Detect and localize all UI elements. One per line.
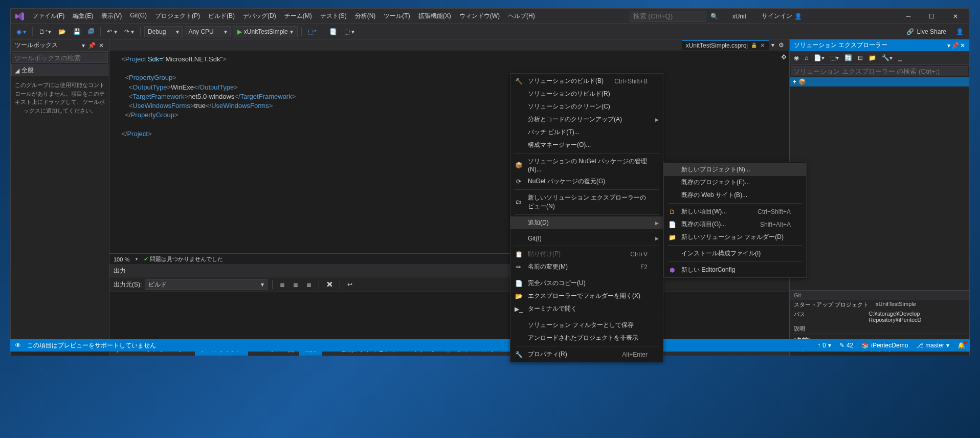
menu-tools[interactable]: ツール(T) <box>380 10 414 23</box>
panel-dropdown-icon[interactable]: ▾ <box>947 42 950 49</box>
git-changes-count[interactable]: ✎42 <box>839 342 853 349</box>
menu-file[interactable]: ファイル(F) <box>28 10 69 23</box>
menu-debug[interactable]: デバッグ(D) <box>239 10 280 23</box>
sub-existing-item[interactable]: 📄既存の項目(G)...Shift+Alt+A <box>664 218 806 231</box>
platform-combo[interactable]: Any CPU▾ <box>185 26 230 37</box>
menu-window[interactable]: ウィンドウ(W) <box>455 10 504 23</box>
sol-collapse-icon[interactable]: ⊟ <box>856 53 865 62</box>
sol-refresh-icon[interactable]: 🔄 <box>842 53 854 62</box>
ctx-open-terminal[interactable]: ▶_ターミナルで開く <box>510 302 663 315</box>
new-item-button[interactable]: 🗋⁺▾ <box>36 27 54 37</box>
ctx-save-filter[interactable]: ソリューション フィルターとして保存 <box>510 319 663 332</box>
redo-button[interactable]: ↷ ▾ <box>122 27 137 37</box>
sign-in[interactable]: サインイン 👤 <box>756 12 807 20</box>
panel-dropdown-icon[interactable]: ▾ <box>81 42 86 49</box>
git-push-count[interactable]: ↑0 ▾ <box>817 342 831 349</box>
config-combo[interactable]: Debug▾ <box>144 26 183 37</box>
sol-showall-icon[interactable]: 📁 <box>866 53 878 62</box>
panel-close-icon[interactable]: ✕ <box>98 42 105 49</box>
menu-team[interactable]: チーム(M) <box>280 10 316 23</box>
notifications-icon[interactable]: 🔔 <box>957 342 965 349</box>
minimize-button[interactable]: ─ <box>898 9 919 24</box>
menu-edit[interactable]: 編集(E) <box>69 10 97 23</box>
toolbox-group-general[interactable]: ◢ 全般 <box>11 64 108 76</box>
output-wrap-button[interactable]: ↩ <box>345 279 355 290</box>
ctx-batch-build[interactable]: バッチ ビルド(T)... <box>510 126 663 139</box>
ctx-analysis[interactable]: 分析とコードのクリーンアップ(A)▶ <box>510 113 663 126</box>
ctx-add[interactable]: 追加(D)▶ <box>510 216 663 229</box>
git-branch[interactable]: ⎇master ▾ <box>916 342 949 349</box>
move-handle-icon[interactable]: ✥ <box>780 53 787 62</box>
maximize-button[interactable]: ☐ <box>921 9 943 24</box>
menu-build[interactable]: ビルド(B) <box>204 10 239 23</box>
output-btn1[interactable]: ≣ <box>277 279 287 290</box>
sol-back-icon[interactable]: ◉ <box>792 53 801 62</box>
ctx-rename[interactable]: ✏名前の変更(M)F2 <box>510 260 663 273</box>
tabs-dropdown-icon[interactable]: ▾ <box>769 41 776 49</box>
ctx-rebuild[interactable]: ソリューションのリビルド(R) <box>510 87 663 100</box>
pin-icon[interactable]: 📌 <box>951 42 959 49</box>
output-source-combo[interactable]: ビルド▾ <box>145 279 268 290</box>
sub-new-item[interactable]: 🗋新しい項目(W)...Ctrl+Shift+A <box>664 205 806 218</box>
menu-project[interactable]: プロジェクト(P) <box>151 10 204 23</box>
menu-test[interactable]: テスト(S) <box>316 10 351 23</box>
liveshare-button[interactable]: 🔗Live Share <box>901 28 951 35</box>
menu-extensions[interactable]: 拡張機能(X) <box>414 10 455 23</box>
zoom-level[interactable]: 100 % <box>114 256 129 262</box>
sub-existing-project[interactable]: 既存のプロジェクト(E)... <box>664 176 806 189</box>
sub-install-config[interactable]: インストール構成ファイル(I) <box>664 247 806 260</box>
output-clear-button[interactable]: 🗙 <box>324 279 335 290</box>
sol-save-icon[interactable]: ⬚▾ <box>828 53 841 62</box>
save-all-button[interactable]: 🗐 <box>85 27 97 37</box>
ctx-properties[interactable]: 🔧プロパティ(R)Alt+Enter <box>510 348 663 361</box>
ctx-config-mgr[interactable]: 構成マネージャー(O)... <box>510 139 663 151</box>
open-button[interactable]: 📂 <box>56 27 69 37</box>
sub-new-editorconfig[interactable]: ⬢新しい EditorConfig <box>664 264 806 276</box>
ctx-nuget-restore[interactable]: ⟳NuGet パッケージの復元(G) <box>510 175 663 188</box>
start-button[interactable]: ▶xUnitTestSimple▾ <box>233 26 298 37</box>
sol-home-icon[interactable]: ⌂ <box>803 53 810 62</box>
account-icon[interactable]: 👤 <box>953 27 966 37</box>
status-bar: 👁 この項目はプレビューをサポートしていません ↑0 ▾ ✎42 📚iPente… <box>10 339 970 352</box>
sub-new-folder[interactable]: 📁新しいソリューション フォルダー(D) <box>664 231 806 244</box>
ctx-git[interactable]: Git(I)▶ <box>510 233 663 244</box>
git-repo[interactable]: 📚iPentecDemo <box>861 342 908 349</box>
ctx-clean[interactable]: ソリューションのクリーン(C) <box>510 100 663 113</box>
tabs-gear-icon[interactable]: ⚙ <box>776 41 786 49</box>
ctx-open-folder[interactable]: 📂エクスプローラーでフォルダーを開く(X) <box>510 290 663 302</box>
sol-switch-icon[interactable]: 📄▾ <box>812 53 827 62</box>
toolbar-icon-3[interactable]: ⬚ ▾ <box>342 27 357 37</box>
output-btn3[interactable]: ≣ <box>304 279 314 290</box>
search-icon[interactable]: 🔍 <box>706 13 722 20</box>
search-input[interactable] <box>630 11 706 22</box>
solution-node-selected[interactable]: + 📦 <box>790 77 969 86</box>
menu-view[interactable]: 表示(V) <box>97 10 126 23</box>
output-btn2[interactable]: ≣ <box>291 279 301 290</box>
menu-analyze[interactable]: 分析(N) <box>351 10 380 23</box>
ctx-new-explorer[interactable]: 🗂新しいソリューション エクスプローラーのビュー(N) <box>510 191 663 213</box>
toolbar-icon-2[interactable]: 📑 <box>327 27 340 37</box>
solution-search-input[interactable] <box>791 66 968 76</box>
nav-back-button[interactable]: ◉ ▾ <box>14 27 29 37</box>
ctx-build-solution[interactable]: 🔨ソリューションのビルド(B)Ctrl+Shift+B <box>510 75 663 87</box>
tab-close-icon[interactable]: ✕ <box>760 42 765 49</box>
undo-button[interactable]: ↶ ▾ <box>104 27 119 37</box>
menu-help[interactable]: ヘルプ(H) <box>504 10 539 23</box>
ctx-copy-path[interactable]: 📄完全パスのコピー(U) <box>510 277 663 290</box>
sub-new-project[interactable]: 新しいプロジェクト(N)... <box>664 163 806 176</box>
ctx-nuget-manage[interactable]: 📦ソリューションの NuGet パッケージの管理(N)... <box>510 155 663 175</box>
menu-git[interactable]: Git(G) <box>126 10 151 23</box>
toolbar-icon-1[interactable]: ⬚⁺ <box>305 27 319 37</box>
ctx-hide-unloaded[interactable]: アンロードされたプロジェクトを非表示 <box>510 332 663 344</box>
sol-properties-icon[interactable]: 🔧▾ <box>880 53 895 62</box>
pin-icon[interactable]: 📌 <box>87 42 97 49</box>
sol-preview-icon[interactable]: ⎯ <box>896 53 904 62</box>
sub-existing-website[interactable]: 既存の Web サイト(B)... <box>664 189 806 202</box>
close-button[interactable]: ✕ <box>945 9 966 24</box>
output-body[interactable] <box>109 292 789 343</box>
panel-close-icon[interactable]: ✕ <box>960 42 965 49</box>
save-button[interactable]: 💾 <box>71 27 83 37</box>
toolbox-search-input[interactable] <box>12 53 108 63</box>
issues-indicator[interactable]: ✔ 問題は見つかりませんでした <box>144 255 223 263</box>
editor-tab[interactable]: xUnitTestSimple.csproj 🔒 ✕ <box>682 40 769 50</box>
